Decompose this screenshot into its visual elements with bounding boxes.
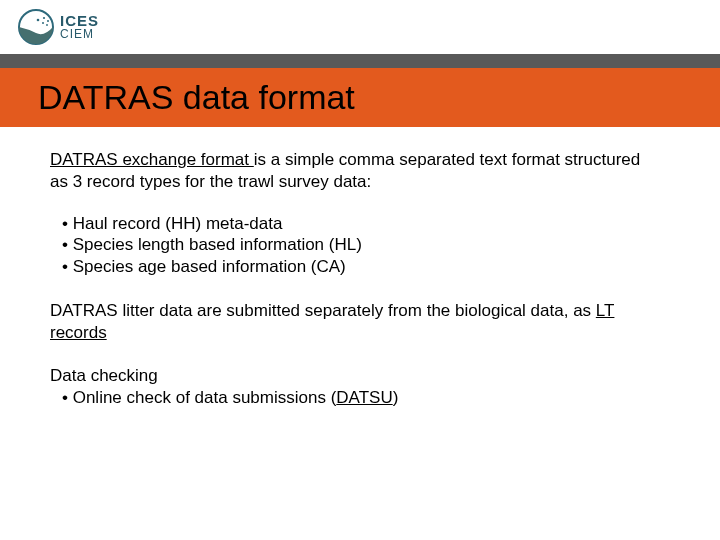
data-checking-list: Online check of data submissions (DATSU) <box>62 387 670 409</box>
litter-paragraph: DATRAS litter data are submitted separat… <box>50 300 670 344</box>
ices-logo-icon <box>18 9 54 45</box>
header-bar: ICES CIEM <box>0 0 720 68</box>
svg-point-5 <box>46 24 48 26</box>
svg-point-3 <box>47 20 49 22</box>
datsu-link[interactable]: DATSU <box>336 388 392 407</box>
page-title: DATRAS data format <box>38 78 720 117</box>
record-type-list: Haul record (HH) meta-data Species lengt… <box>62 213 670 278</box>
logo-text-line2: CIEM <box>60 28 99 41</box>
svg-point-4 <box>42 22 44 24</box>
list-item: Species length based information (HL) <box>62 234 670 256</box>
list-item: Online check of data submissions (DATSU) <box>62 387 670 409</box>
svg-point-2 <box>43 17 45 19</box>
data-checking-heading: Data checking <box>50 365 670 387</box>
logo-text-line1: ICES <box>60 13 99 28</box>
logo: ICES CIEM <box>18 9 99 45</box>
check-item-post: ) <box>393 388 399 407</box>
check-item-pre: Online check of data submissions ( <box>73 388 337 407</box>
svg-point-1 <box>37 19 40 22</box>
slide: ICES CIEM DATRAS data format DATRAS exch… <box>0 0 720 540</box>
title-band: DATRAS data format <box>0 68 720 127</box>
intro-paragraph: DATRAS exchange format is a simple comma… <box>50 149 660 193</box>
list-item: Species age based information (CA) <box>62 256 670 278</box>
exchange-format-link[interactable]: DATRAS exchange format <box>50 150 254 169</box>
body-content: DATRAS exchange format is a simple comma… <box>0 127 720 409</box>
litter-pre: DATRAS litter data are submitted separat… <box>50 301 596 320</box>
logo-text: ICES CIEM <box>60 13 99 41</box>
list-item: Haul record (HH) meta-data <box>62 213 670 235</box>
